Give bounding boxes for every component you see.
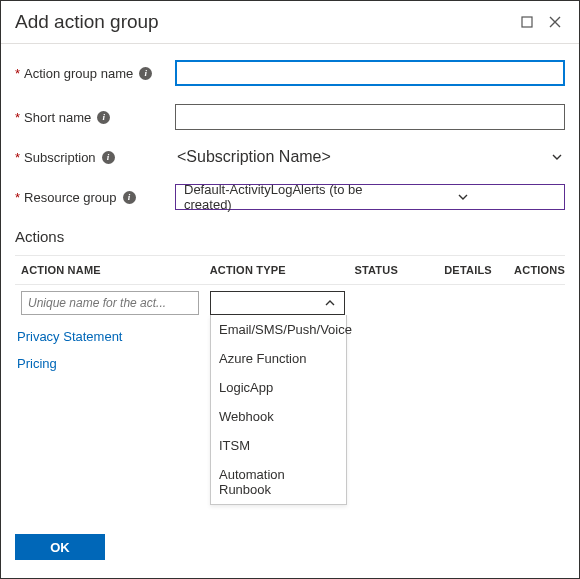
option-logicapp[interactable]: LogicApp: [211, 373, 346, 402]
resource-group-value: Default-ActivityLogAlerts (to be created…: [184, 182, 370, 212]
option-automation-runbook[interactable]: Automation Runbook: [211, 460, 346, 504]
field-subscription: * Subscription i <Subscription Name>: [15, 148, 565, 166]
info-icon[interactable]: i: [123, 191, 136, 204]
action-group-name-input[interactable]: [175, 60, 565, 86]
svg-rect-0: [522, 17, 532, 27]
option-itsm[interactable]: ITSM: [211, 431, 346, 460]
dialog-title: Add action group: [15, 11, 509, 33]
col-action-name: ACTION NAME: [15, 264, 210, 276]
table-row: Email/SMS/Push/Voice Azure Function Logi…: [15, 285, 565, 315]
field-resource-group: * Resource group i Default-ActivityLogAl…: [15, 184, 565, 210]
resource-group-select[interactable]: Default-ActivityLogAlerts (to be created…: [175, 184, 565, 210]
label-text: Resource group: [24, 190, 117, 205]
actions-table: ACTION NAME ACTION TYPE STATUS DETAILS A…: [15, 255, 565, 315]
close-icon: [549, 16, 561, 28]
maximize-button[interactable]: [517, 12, 537, 32]
subscription-select[interactable]: <Subscription Name>: [175, 148, 565, 166]
add-action-group-dialog: Add action group * Action group name i *…: [0, 0, 580, 579]
label-text: Short name: [24, 110, 91, 125]
chevron-down-icon: [370, 189, 556, 205]
maximize-icon: [521, 16, 533, 28]
label-text: Subscription: [24, 150, 96, 165]
label-text: Action group name: [24, 66, 133, 81]
dialog-footer: OK: [1, 522, 579, 578]
dialog-content: * Action group name i * Short name i * S…: [1, 44, 579, 522]
label-short-name: * Short name i: [15, 110, 175, 125]
option-azure-function[interactable]: Azure Function: [211, 344, 346, 373]
col-status: STATUS: [354, 264, 444, 276]
option-email-sms-push-voice[interactable]: Email/SMS/Push/Voice: [211, 315, 346, 344]
info-icon[interactable]: i: [102, 151, 115, 164]
col-actions: ACTIONS: [514, 264, 565, 276]
required-mark: *: [15, 150, 20, 165]
field-short-name: * Short name i: [15, 104, 565, 130]
required-mark: *: [15, 66, 20, 81]
ok-button[interactable]: OK: [15, 534, 105, 560]
action-type-dropdown: Email/SMS/Push/Voice Azure Function Logi…: [210, 315, 347, 505]
required-mark: *: [15, 190, 20, 205]
option-webhook[interactable]: Webhook: [211, 402, 346, 431]
chevron-up-icon: [322, 295, 338, 311]
chevron-down-icon: [549, 149, 565, 165]
info-icon[interactable]: i: [97, 111, 110, 124]
label-subscription: * Subscription i: [15, 150, 175, 165]
titlebar: Add action group: [1, 1, 579, 44]
actions-table-header: ACTION NAME ACTION TYPE STATUS DETAILS A…: [15, 255, 565, 285]
col-details: DETAILS: [444, 264, 514, 276]
label-resource-group: * Resource group i: [15, 190, 175, 205]
label-action-group-name: * Action group name i: [15, 66, 175, 81]
col-action-type: ACTION TYPE: [210, 264, 355, 276]
action-type-select[interactable]: Email/SMS/Push/Voice Azure Function Logi…: [210, 291, 345, 315]
actions-heading: Actions: [15, 228, 565, 245]
required-mark: *: [15, 110, 20, 125]
close-button[interactable]: [545, 12, 565, 32]
subscription-value: <Subscription Name>: [175, 148, 549, 166]
short-name-input[interactable]: [175, 104, 565, 130]
field-action-group-name: * Action group name i: [15, 60, 565, 86]
info-icon[interactable]: i: [139, 67, 152, 80]
action-name-input[interactable]: [21, 291, 199, 315]
